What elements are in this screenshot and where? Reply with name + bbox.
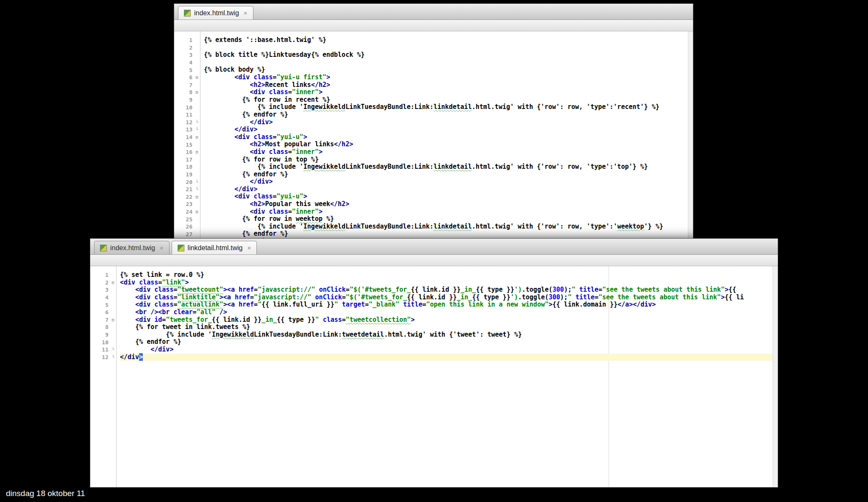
tab-index-html-twig[interactable]: index.html.twig × bbox=[94, 241, 170, 254]
fold-marker-icon[interactable]: └ bbox=[194, 127, 200, 132]
code-line[interactable]: <div class="link"> bbox=[120, 279, 778, 287]
code-line[interactable]: {% extends '::base.html.twig' %} bbox=[204, 36, 693, 44]
editor-pane-index[interactable]: 123456⊟78⊟9101112└13└14⊟1516⊟17181920└21… bbox=[174, 31, 693, 239]
fold-marker-icon[interactable]: └ bbox=[110, 355, 116, 360]
code-line[interactable]: {% set link = row.0 %} bbox=[120, 271, 778, 279]
code-line[interactable]: <div class="inner"> bbox=[204, 208, 693, 216]
close-tab-icon[interactable]: × bbox=[244, 9, 248, 17]
code-line[interactable]: <div class="yui-u"> bbox=[204, 193, 693, 201]
code-token bbox=[204, 133, 234, 141]
code-line[interactable] bbox=[204, 59, 693, 67]
code-line[interactable]: </div> bbox=[204, 126, 693, 134]
code-line[interactable]: {% endfor %} bbox=[120, 338, 778, 346]
code-token bbox=[265, 148, 269, 156]
code-token: target bbox=[342, 301, 365, 308]
vertical-scrollbar[interactable] bbox=[688, 31, 693, 239]
fold-marker-icon[interactable]: ⊟ bbox=[194, 209, 200, 214]
tab-linkdetail-html-twig[interactable]: linkdetail.html.twig × bbox=[172, 241, 257, 254]
code-line[interactable]: </div> bbox=[120, 346, 778, 354]
code-line[interactable]: </div> bbox=[120, 354, 778, 361]
fold-marker-icon[interactable]: ⊟ bbox=[194, 150, 200, 154]
code-line[interactable]: {% endfor %} bbox=[204, 230, 693, 238]
fold-marker-icon[interactable]: └ bbox=[194, 180, 200, 184]
code-line[interactable]: {% include 'IngewikkeldLinkTuesdayBundle… bbox=[120, 331, 778, 339]
close-tab-icon[interactable]: × bbox=[247, 244, 251, 251]
code-token: title bbox=[576, 293, 595, 301]
code-token: </div> bbox=[150, 346, 173, 353]
code-token: {% include bbox=[257, 103, 299, 111]
code-token bbox=[120, 293, 135, 301]
fold-marker-icon[interactable]: ⊟ bbox=[110, 318, 116, 322]
code-line[interactable]: {% block body %} bbox=[204, 66, 693, 74]
code-line[interactable]: {% for row in recent %} bbox=[204, 96, 693, 104]
code-line[interactable]: {% endfor %} bbox=[204, 171, 693, 178]
code-token bbox=[150, 286, 154, 293]
code-token bbox=[150, 301, 154, 308]
code-area[interactable]: {% extends '::base.html.twig' %}{% block… bbox=[200, 31, 693, 239]
code-line[interactable]: {% include 'IngewikkeldLinkTuesdayBundle… bbox=[204, 103, 693, 111]
editor-pane-linkdetail[interactable]: 12⊟34567⊟891011└12└ {% set link = row.0 … bbox=[90, 266, 778, 487]
code-line[interactable]: <br /><br clear="all" /> bbox=[120, 309, 778, 316]
code-line[interactable]: <div class="tweetcount"><a href="javascr… bbox=[120, 286, 778, 294]
code-line[interactable]: {% for tweet in link.tweets %} bbox=[120, 324, 778, 331]
code-line[interactable]: <div class="inner"> bbox=[204, 89, 693, 96]
code-token: Ingewikkeld bbox=[303, 223, 345, 230]
code-line[interactable]: </div> bbox=[204, 119, 693, 126]
code-token bbox=[204, 208, 250, 215]
code-line[interactable]: <h2>Popular this week</h2> bbox=[204, 201, 693, 208]
code-line[interactable]: {% block title %}Linktuesday{% endblock … bbox=[204, 51, 693, 59]
vertical-scrollbar[interactable] bbox=[773, 266, 778, 487]
gutter-row: 21└ bbox=[174, 186, 200, 193]
code-token: weektop bbox=[617, 223, 644, 230]
code-line[interactable] bbox=[204, 44, 693, 52]
code-token: "javascript://" bbox=[254, 293, 311, 301]
fold-marker-icon[interactable]: ⊟ bbox=[194, 90, 200, 95]
code-line[interactable]: {% for row in top %} bbox=[204, 156, 693, 164]
code-token: with {'tweet': tweet} %} bbox=[426, 331, 522, 338]
code-area[interactable]: {% set link = row.0 %}<div class="link">… bbox=[117, 266, 778, 487]
code-line[interactable]: <div id="tweets_for_{{ link.id }}_in_{{ … bbox=[120, 316, 778, 324]
code-token bbox=[147, 308, 150, 316]
code-line[interactable]: {% for row in weektop %} bbox=[204, 215, 693, 223]
line-number: 12 bbox=[174, 119, 194, 126]
code-token: <div bbox=[135, 293, 150, 301]
code-line[interactable]: <div class="linktitle"><a href="javascri… bbox=[120, 294, 778, 301]
code-token: "yui-u first" bbox=[277, 73, 326, 81]
code-token: {% for row in recent %} bbox=[242, 96, 330, 103]
code-line[interactable]: </div> bbox=[204, 178, 693, 186]
gutter-row: 25 bbox=[174, 215, 200, 223]
tab-index-html-twig[interactable]: index.html.twig × bbox=[178, 6, 253, 20]
code-line[interactable]: {% include 'IngewikkeldLinkTuesdayBundle… bbox=[204, 223, 693, 231]
code-line[interactable]: <div class="actuallink"><a href="{{ link… bbox=[120, 301, 778, 309]
tab-label: linkdetail.html.twig bbox=[188, 244, 243, 252]
code-token bbox=[120, 308, 135, 316]
line-number: 24 bbox=[174, 209, 194, 215]
code-line[interactable]: <div class="inner"> bbox=[204, 148, 693, 156]
fold-marker-icon[interactable]: ⊟ bbox=[194, 75, 200, 80]
code-line[interactable]: {% endfor %} bbox=[204, 111, 693, 119]
code-line[interactable]: <div class="yui-u"> bbox=[204, 134, 693, 141]
code-token: ' bbox=[208, 331, 212, 338]
code-token bbox=[204, 192, 234, 200]
gutter-row: 20└ bbox=[174, 178, 200, 186]
close-tab-icon[interactable]: × bbox=[160, 244, 164, 251]
code-line[interactable]: <h2>Most popular links</h2> bbox=[204, 141, 693, 148]
code-token: {{ type }} bbox=[277, 316, 315, 324]
code-line[interactable]: <div class="yui-u first"> bbox=[204, 74, 693, 81]
fold-marker-icon[interactable]: ⊟ bbox=[194, 195, 200, 199]
fold-marker-icon[interactable]: ⊟ bbox=[110, 280, 116, 285]
code-token: %} bbox=[323, 215, 334, 223]
code-token: = bbox=[250, 293, 254, 301]
fold-marker-icon[interactable]: └ bbox=[110, 347, 116, 352]
line-number: 4 bbox=[174, 59, 194, 66]
code-token bbox=[120, 323, 135, 331]
code-line[interactable]: <h2>Recent links</h2> bbox=[204, 81, 693, 89]
code-token: linkdetail bbox=[434, 163, 472, 170]
fold-marker-icon[interactable]: └ bbox=[194, 187, 200, 192]
code-line[interactable]: {% include 'IngewikkeldLinkTuesdayBundle… bbox=[204, 163, 693, 171]
fold-marker-icon[interactable]: └ bbox=[194, 120, 200, 125]
tab-label: index.html.twig bbox=[110, 244, 155, 252]
fold-marker-icon[interactable]: ⊟ bbox=[194, 135, 200, 139]
code-line[interactable]: </div> bbox=[204, 186, 693, 193]
code-token: "open this link in a new window" bbox=[426, 301, 549, 308]
